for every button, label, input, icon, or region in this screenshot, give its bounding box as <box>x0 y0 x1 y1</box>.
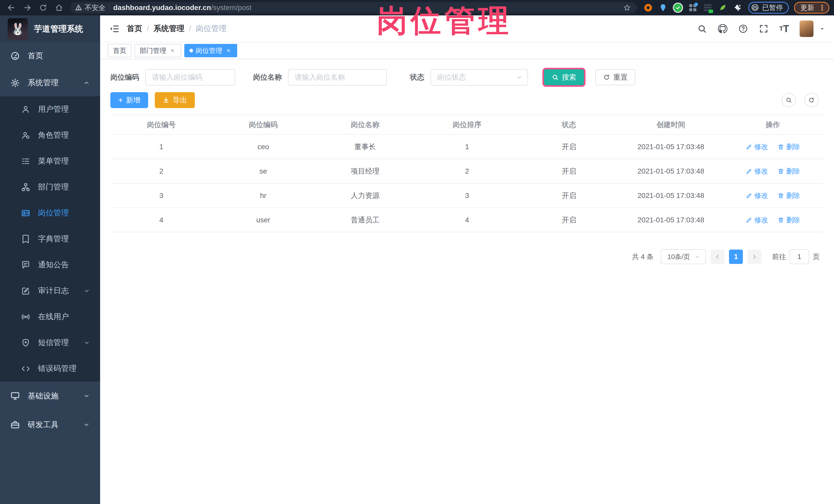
sidebar-item-dept-mgmt[interactable]: 部门管理 <box>0 174 100 200</box>
add-button-label: 新增 <box>126 95 140 105</box>
font-size-icon[interactable]: TT <box>779 24 789 34</box>
sidebar-item-home[interactable]: 首页 <box>0 42 100 69</box>
sidebar-item-label: 在线用户 <box>38 311 69 322</box>
goto-page-input[interactable] <box>790 249 809 264</box>
page-content: 岗位编码 岗位名称 状态 岗位状态 搜索 重置 <box>100 59 834 504</box>
sidebar-item-audit-log[interactable]: 审计日志 <box>0 278 100 304</box>
chevron-down-icon <box>84 288 90 294</box>
col-header-code: 岗位编码 <box>212 120 314 130</box>
rows-extension-icon[interactable] <box>703 3 712 12</box>
url-path: /system/post <box>211 4 251 12</box>
breadcrumb-system[interactable]: 系统管理 <box>154 23 184 34</box>
breadcrumb-home[interactable]: 首页 <box>127 23 142 34</box>
extension-icons <box>641 3 744 12</box>
sidebar-logo[interactable]: 🐰 芋道管理系统 <box>0 16 100 42</box>
refresh-table-button[interactable] <box>804 93 818 107</box>
sidebar-item-role-mgmt[interactable]: 角色管理 <box>0 122 100 148</box>
bookmark-star-icon[interactable] <box>622 2 632 13</box>
edit-link[interactable]: 修改 <box>746 142 768 152</box>
sidebar-item-menu-mgmt[interactable]: 菜单管理 <box>0 148 100 174</box>
cell-name: 董事长 <box>314 142 416 152</box>
cell-code: se <box>212 167 314 175</box>
url-host: dashboard.yudao.iocoder.cn <box>113 4 211 12</box>
close-icon[interactable]: × <box>169 47 176 54</box>
search-button[interactable]: 搜索 <box>544 69 584 85</box>
search-icon <box>552 74 559 81</box>
message-bubble-icon <box>21 260 30 269</box>
breadcrumb: 首页 / 系统管理 / 岗位管理 <box>127 23 227 34</box>
chevron-down-icon <box>695 254 700 260</box>
tab-label: 岗位管理 <box>196 46 222 55</box>
delete-link[interactable]: 删除 <box>777 167 800 176</box>
tab-dept-mgmt[interactable]: 部门管理 × <box>134 44 181 57</box>
monitor-icon <box>10 391 20 401</box>
pencil-icon <box>746 168 752 175</box>
prev-page-button[interactable] <box>710 249 724 264</box>
sidebar-item-sms-mgmt[interactable]: 短信管理 <box>0 330 100 356</box>
browser-menu-dots-icon[interactable]: ⋮ <box>818 3 826 12</box>
browser-back-icon[interactable] <box>5 2 18 13</box>
browser-home-icon[interactable] <box>52 2 66 13</box>
sidebar-item-dev-tools[interactable]: 研发工具 <box>0 410 100 439</box>
add-button[interactable]: + 新增 <box>110 92 148 108</box>
export-button[interactable]: 导出 <box>155 92 195 108</box>
page-size-select[interactable]: 10条/页 <box>661 249 706 264</box>
fullscreen-icon[interactable] <box>759 24 769 34</box>
leaf-extension-icon[interactable] <box>718 3 727 12</box>
sidebar-item-error-code[interactable]: 错误码管理 <box>0 356 100 381</box>
sidebar-item-label: 菜单管理 <box>38 156 69 167</box>
github-icon[interactable] <box>718 24 728 34</box>
help-icon[interactable] <box>738 24 748 34</box>
reset-button[interactable]: 重置 <box>595 69 635 85</box>
chevron-down-icon <box>83 421 90 428</box>
post-name-label: 岗位名称 <box>253 72 282 82</box>
delete-link[interactable]: 删除 <box>777 215 800 225</box>
sidebar-collapse-icon[interactable] <box>109 23 120 35</box>
tab-post-mgmt[interactable]: 岗位管理 × <box>184 44 237 57</box>
pin-extension-icon[interactable] <box>658 3 668 12</box>
avatar-caret-icon[interactable] <box>819 26 825 32</box>
toggle-search-button[interactable] <box>782 93 796 107</box>
shield-icon <box>21 338 30 347</box>
sidebar-item-post-mgmt[interactable]: 岗位管理 <box>0 200 100 226</box>
status-select-placeholder: 岗位状态 <box>437 72 466 82</box>
tab-home[interactable]: 首页 <box>108 44 131 57</box>
page-number-1[interactable]: 1 <box>729 249 743 264</box>
browser-update-button[interactable]: 更新 ⋮ <box>794 2 829 14</box>
sidebar-item-infra[interactable]: 基础设施 <box>0 381 100 410</box>
sidebar-item-notice[interactable]: 通知公告 <box>0 252 100 278</box>
sidebar-item-dict-mgmt[interactable]: 字典管理 <box>0 226 100 252</box>
sidebar-item-system[interactable]: 系统管理 <box>0 69 100 96</box>
browser-profile-paused-badge[interactable]: 😄 已暂停 <box>748 2 789 14</box>
cell-id: 3 <box>110 192 212 200</box>
download-icon <box>162 96 170 104</box>
post-name-input[interactable] <box>288 69 387 86</box>
sidebar-item-online-users[interactable]: 在线用户 <box>0 304 100 330</box>
next-page-button[interactable] <box>747 249 761 264</box>
browser-reload-icon[interactable] <box>37 2 50 13</box>
cell-status: 开启 <box>518 167 620 176</box>
sidebar-item-user-mgmt[interactable]: 用户管理 <box>0 96 100 122</box>
delete-link[interactable]: 删除 <box>777 191 800 200</box>
user-avatar[interactable] <box>799 21 813 37</box>
header-search-icon[interactable] <box>697 24 707 34</box>
status-select[interactable]: 岗位状态 <box>431 69 528 86</box>
grid-extension-icon[interactable] <box>688 3 698 12</box>
omnibox-divider <box>109 4 110 11</box>
edit-link[interactable]: 修改 <box>746 191 768 200</box>
post-code-input[interactable] <box>145 69 235 86</box>
puzzle-extension-icon[interactable] <box>733 3 742 12</box>
address-bar[interactable]: 不安全 dashboard.yudao.iocoder.cn/system/po… <box>70 2 637 13</box>
edit-link[interactable]: 修改 <box>746 167 768 176</box>
trash-icon <box>777 192 784 199</box>
close-icon[interactable]: × <box>225 47 232 54</box>
total-count: 共 4 条 <box>632 252 654 261</box>
delete-link[interactable]: 删除 <box>777 142 800 152</box>
browser-forward-icon[interactable] <box>21 2 34 13</box>
pencil-icon <box>746 144 752 150</box>
check-extension-icon[interactable] <box>673 3 683 12</box>
post-table: 岗位编号 岗位编码 岗位名称 岗位排序 状态 创建时间 操作 1 ceo 董事长… <box>110 115 824 232</box>
security-indicator[interactable]: 不安全 <box>75 3 106 12</box>
edit-link[interactable]: 修改 <box>746 215 768 225</box>
ring-extension-icon[interactable] <box>643 3 653 12</box>
